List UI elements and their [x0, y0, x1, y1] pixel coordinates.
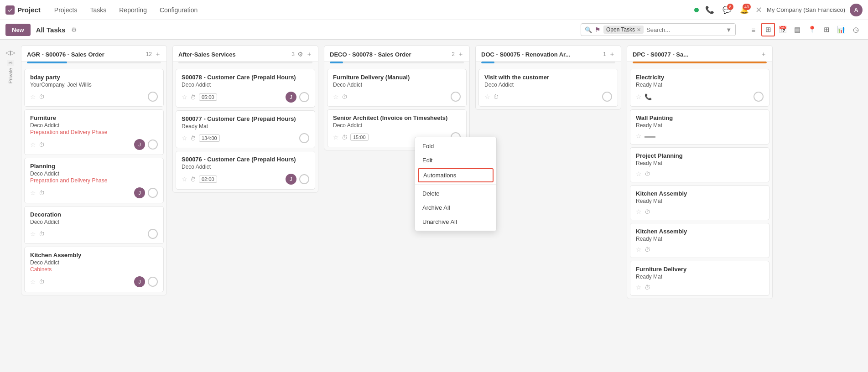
- card-project-planning[interactable]: Project Planning Ready Mat ☆ ⏱: [630, 147, 769, 182]
- star-icon[interactable]: ☆: [30, 278, 36, 285]
- status-circle[interactable]: [299, 92, 309, 102]
- card-visit-customer[interactable]: Visit with the customer Deco Addict ☆ ⏱: [478, 69, 618, 107]
- chat-icon-btn[interactable]: 💬 8: [721, 4, 733, 16]
- card-planning[interactable]: Planning Deco Addict Preparation and Del…: [24, 158, 164, 203]
- star-icon[interactable]: ☆: [182, 134, 187, 142]
- clock-icon[interactable]: ⏱: [39, 231, 45, 238]
- clock-icon[interactable]: ⏱: [190, 94, 196, 101]
- clock-icon[interactable]: ⏱: [39, 93, 45, 100]
- star-icon[interactable]: ☆: [636, 132, 642, 140]
- clock-icon[interactable]: ⏱: [342, 134, 348, 141]
- card-company: Deco Addict: [30, 122, 158, 129]
- nav-configuration[interactable]: Configuration: [153, 0, 204, 20]
- kanban-view-btn[interactable]: ⊞: [761, 23, 775, 36]
- card-kitchen-assembly[interactable]: Kitchen Assembly Deco Addict Cabinets ☆ …: [24, 247, 164, 292]
- side-arrow-icon[interactable]: ◁▷: [5, 49, 16, 56]
- star-icon[interactable]: ☆: [30, 230, 36, 238]
- clock-icon[interactable]: ⏱: [342, 93, 348, 100]
- star-icon[interactable]: ☆: [636, 170, 642, 177]
- star-icon[interactable]: ☆: [30, 141, 36, 148]
- menu-unarchive-all[interactable]: Unarchive All: [415, 215, 496, 229]
- search-dropdown-icon[interactable]: ▼: [726, 26, 732, 33]
- star-icon[interactable]: ☆: [636, 93, 642, 100]
- status-circle[interactable]: [148, 140, 158, 150]
- column-deco-add-icon[interactable]: ＋: [457, 50, 464, 58]
- star-icon[interactable]: ☆: [636, 284, 642, 291]
- status-circle[interactable]: [148, 188, 158, 198]
- map-view-btn[interactable]: 📍: [805, 23, 819, 36]
- star-icon[interactable]: ☆: [636, 208, 642, 215]
- star-icon[interactable]: ☆: [182, 93, 187, 101]
- card-bday-party[interactable]: bday party YourCompany, Joel Willis ☆ ⏱: [24, 69, 164, 107]
- nav-tasks[interactable]: Tasks: [83, 0, 113, 20]
- status-circle[interactable]: [299, 133, 309, 143]
- status-circle[interactable]: [148, 92, 158, 102]
- card-furniture-delivery-manual[interactable]: Furniture Delivery (Manual) Deco Addict …: [327, 69, 467, 107]
- status-circle[interactable]: [451, 92, 461, 102]
- star-icon[interactable]: ☆: [484, 93, 490, 100]
- column-gear-icon[interactable]: ⚙: [297, 51, 303, 58]
- new-button[interactable]: New: [5, 24, 31, 36]
- clock-icon[interactable]: ⏱: [190, 135, 196, 142]
- card-s00077[interactable]: S00077 - Customer Care (Prepaid Hours) R…: [176, 110, 315, 148]
- star-icon[interactable]: ☆: [333, 134, 339, 141]
- nav-projects[interactable]: Projects: [48, 0, 84, 20]
- menu-automations[interactable]: Automations: [418, 168, 494, 182]
- status-circle[interactable]: [602, 92, 612, 102]
- column-dpc-add-icon[interactable]: ＋: [760, 50, 767, 58]
- chart-view-btn[interactable]: 📊: [834, 23, 848, 36]
- app-logo[interactable]: Project: [5, 5, 41, 15]
- clock-icon[interactable]: ⏱: [645, 246, 650, 253]
- star-icon[interactable]: ☆: [636, 246, 642, 253]
- star-icon[interactable]: ☆: [30, 93, 36, 100]
- card-kitchen-assembly-2[interactable]: Kitchen Assembly Ready Mat ☆ ⏱: [630, 223, 769, 258]
- remove-filter-icon[interactable]: ✕: [637, 27, 641, 33]
- phone-icon-btn[interactable]: 📞: [703, 4, 716, 16]
- menu-delete[interactable]: Delete: [415, 186, 496, 201]
- star-icon[interactable]: ☆: [333, 93, 339, 100]
- menu-fold[interactable]: Fold: [415, 139, 496, 153]
- user-avatar[interactable]: A: [850, 4, 863, 16]
- search-input[interactable]: [646, 26, 723, 33]
- settings-icon[interactable]: ⚙: [71, 26, 77, 33]
- card-furniture[interactable]: Furniture Deco Addict Preparation and De…: [24, 109, 164, 155]
- close-icon[interactable]: ✕: [755, 5, 762, 15]
- timeline-view-btn[interactable]: ▤: [790, 23, 804, 36]
- card-decoration[interactable]: Decoration Deco Addict ☆ ⏱: [24, 206, 164, 244]
- clock-icon[interactable]: ⏱: [493, 93, 499, 100]
- menu-archive-all[interactable]: Archive All: [415, 201, 496, 215]
- card-furniture-delivery[interactable]: Furniture Delivery Ready Mat ☆ ⏱: [630, 261, 769, 296]
- activity-view-btn[interactable]: ◷: [849, 23, 863, 36]
- card-kitchen-assembly-1[interactable]: Kitchen Assembly Ready Mat ☆ ⏱: [630, 185, 769, 220]
- company-name[interactable]: My Company (San Francisco): [767, 6, 845, 13]
- column-agr-add-icon[interactable]: ＋: [155, 50, 161, 58]
- column-doc-add-icon[interactable]: ＋: [609, 50, 615, 58]
- app-name[interactable]: Project: [17, 6, 41, 14]
- clock-icon[interactable]: ⏱: [39, 279, 45, 285]
- activity-icon-btn[interactable]: 🔔 43: [738, 4, 751, 16]
- column-add-icon[interactable]: ＋: [306, 50, 312, 58]
- status-circle[interactable]: [754, 92, 764, 102]
- menu-edit[interactable]: Edit: [415, 153, 496, 167]
- card-s00076[interactable]: S00076 - Customer Care (Prepaid Hours) D…: [176, 151, 315, 190]
- status-circle[interactable]: [148, 277, 158, 287]
- card-electricity[interactable]: Electricity Ready Mat ☆ 📞: [630, 69, 769, 107]
- clock-icon[interactable]: ⏱: [190, 176, 196, 183]
- status-circle[interactable]: [299, 174, 309, 184]
- card-wall-painting[interactable]: Wall Painting Ready Mat ☆ ▬▬: [630, 109, 769, 145]
- status-circle[interactable]: [148, 229, 158, 239]
- clock-icon[interactable]: ⏱: [39, 141, 45, 148]
- clock-icon[interactable]: ⏱: [645, 170, 650, 177]
- nav-reporting[interactable]: Reporting: [113, 0, 153, 20]
- calendar-view-btn[interactable]: 📅: [776, 23, 790, 36]
- clock-icon[interactable]: ⏱: [39, 190, 45, 196]
- status-indicator: [694, 8, 699, 12]
- star-icon[interactable]: ☆: [182, 176, 187, 183]
- filter-tag[interactable]: Open Tasks ✕: [603, 26, 644, 34]
- card-s00078[interactable]: S00078 - Customer Care (Prepaid Hours) D…: [176, 69, 315, 108]
- clock-icon[interactable]: ⏱: [645, 208, 650, 215]
- pivot-view-btn[interactable]: ⊞: [820, 23, 833, 36]
- clock-icon[interactable]: ⏱: [645, 284, 650, 291]
- star-icon[interactable]: ☆: [30, 189, 36, 196]
- list-view-btn[interactable]: ≡: [747, 23, 760, 36]
